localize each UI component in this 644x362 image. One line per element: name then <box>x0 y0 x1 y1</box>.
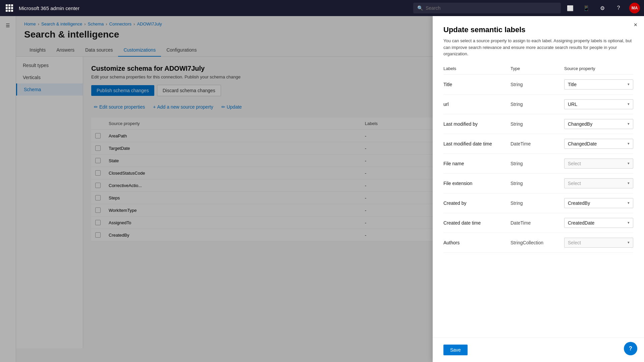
label-name-3: Last modified date time <box>443 141 511 146</box>
col-labels: Labels <box>443 66 511 71</box>
help-icon[interactable]: ? <box>613 3 624 13</box>
col-source-property: Source property <box>564 66 633 71</box>
labels-row-7: Created date time DateTime CreatedDate ▾ <box>443 213 633 233</box>
source-select-6[interactable]: CreatedBy ▾ <box>564 198 633 208</box>
chevron-down-icon-5: ▾ <box>628 181 630 185</box>
save-button[interactable]: Save <box>443 345 468 355</box>
chevron-down-icon-0: ▾ <box>628 82 630 86</box>
labels-header: Labels Type Source property <box>443 63 633 75</box>
label-type-7: DateTime <box>511 220 564 226</box>
label-name-6: Created by <box>443 200 511 206</box>
chevron-down-icon-6: ▾ <box>628 201 630 205</box>
chevron-down-icon-2: ▾ <box>628 122 630 126</box>
chevron-down-icon-7: ▾ <box>628 221 630 225</box>
select-value-0: Title <box>568 82 577 87</box>
col-type: Type <box>511 66 564 71</box>
select-value-4: Select <box>568 161 581 166</box>
side-panel-title: Update semantic labels <box>443 25 633 34</box>
label-type-5: String <box>511 181 564 186</box>
select-value-1: URL <box>568 102 577 107</box>
select-value-7: CreatedDate <box>568 220 594 226</box>
side-panel: × Update semantic labels You can select … <box>433 16 644 362</box>
label-name-0: Title <box>443 82 511 87</box>
select-value-6: CreatedBy <box>568 200 590 206</box>
label-type-1: String <box>511 102 564 107</box>
chevron-down-icon-8: ▾ <box>628 240 630 245</box>
help-button[interactable]: ? <box>624 342 637 355</box>
label-type-2: String <box>511 121 564 127</box>
label-name-1: url <box>443 102 511 107</box>
select-value-3: ChangedDate <box>568 141 597 146</box>
side-panel-header: × Update semantic labels You can select … <box>433 16 644 63</box>
label-name-5: File extension <box>443 181 511 186</box>
chevron-down-icon-3: ▾ <box>628 141 630 146</box>
app-title: Microsoft 365 admin center <box>19 5 79 11</box>
source-select-8[interactable]: Select ▾ <box>564 238 633 248</box>
labels-row-3: Last modified date time DateTime Changed… <box>443 134 633 154</box>
chevron-down-icon-4: ▾ <box>628 161 630 166</box>
screen-icon[interactable]: ⬜ <box>565 3 576 13</box>
search-input[interactable] <box>426 5 557 11</box>
labels-row-5: File extension String Select ▾ <box>443 174 633 193</box>
labels-row-0: Title String Title ▾ <box>443 75 633 95</box>
label-name-7: Created date time <box>443 220 511 226</box>
source-select-2[interactable]: ChangedBy ▾ <box>564 119 633 129</box>
label-type-4: String <box>511 161 564 166</box>
source-select-1[interactable]: URL ▾ <box>564 99 633 109</box>
search-box[interactable]: 🔍 <box>413 3 561 13</box>
side-panel-desc: You can select a source property to assi… <box>443 38 633 57</box>
labels-row-1: url String URL ▾ <box>443 95 633 114</box>
select-value-5: Select <box>568 181 581 186</box>
side-panel-footer: Save <box>433 338 644 362</box>
source-select-7[interactable]: CreatedDate ▾ <box>564 218 633 228</box>
source-select-4[interactable]: Select ▾ <box>564 159 633 169</box>
source-select-5[interactable]: Select ▾ <box>564 178 633 188</box>
topnav-icons: ⬜ 📱 ⚙ ? MA <box>565 3 640 13</box>
source-select-3[interactable]: ChangedDate ▾ <box>564 139 633 149</box>
chevron-down-icon-1: ▾ <box>628 102 630 106</box>
app-grid-button[interactable] <box>4 3 15 13</box>
labels-table: Labels Type Source property Title String… <box>433 63 644 338</box>
labels-row-8: Authors StringCollection Select ▾ <box>443 233 633 253</box>
mobile-icon[interactable]: 📱 <box>581 3 592 13</box>
search-icon: 🔍 <box>417 5 423 11</box>
label-name-8: Authors <box>443 240 511 245</box>
select-value-8: Select <box>568 240 581 245</box>
label-name-2: Last modified by <box>443 121 511 127</box>
labels-row-2: Last modified by String ChangedBy ▾ <box>443 114 633 134</box>
select-value-2: ChangedBy <box>568 121 592 127</box>
avatar[interactable]: MA <box>629 3 640 13</box>
topnav: Microsoft 365 admin center 🔍 ⬜ 📱 ⚙ ? MA <box>0 0 644 16</box>
label-type-0: String <box>511 82 564 87</box>
label-type-3: DateTime <box>511 141 564 146</box>
label-type-8: StringCollection <box>511 240 564 245</box>
side-panel-close-button[interactable]: × <box>634 21 637 28</box>
source-select-0[interactable]: Title ▾ <box>564 79 633 89</box>
labels-row-6: Created by String CreatedBy ▾ <box>443 193 633 213</box>
labels-row-4: File name String Select ▾ <box>443 154 633 174</box>
label-type-6: String <box>511 200 564 206</box>
label-name-4: File name <box>443 161 511 166</box>
settings-icon[interactable]: ⚙ <box>597 3 608 13</box>
